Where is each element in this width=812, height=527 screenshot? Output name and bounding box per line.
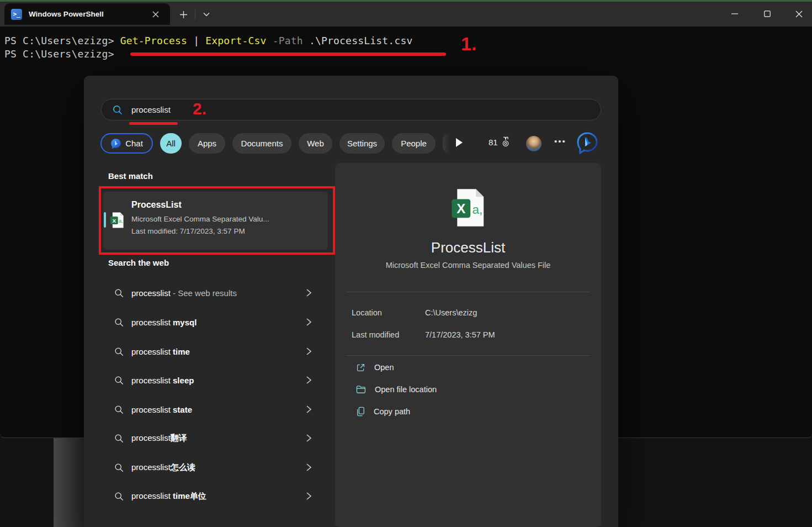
filter-tab-clipped (443, 133, 450, 154)
suggestion-text: processlist mysql (131, 318, 197, 327)
filter-tab-label: Web (307, 139, 324, 148)
command-cmdlet2: Export-Csv (205, 35, 266, 46)
web-suggestion-row[interactable]: processlist翻译 (99, 427, 335, 449)
command-argument: .\ProcessList.csv (309, 35, 413, 46)
action-label: Open file location (375, 385, 437, 394)
user-avatar[interactable] (526, 136, 542, 151)
annotation-label-1: 1. (461, 33, 476, 55)
chevron-right-icon (306, 288, 312, 297)
filter-tab-chat[interactable]: Chat (100, 133, 153, 154)
divider (346, 292, 590, 292)
command-parameter: -Path (267, 35, 309, 46)
terminal-line-2: PS C:\Users\ezizg> (4, 48, 120, 61)
filter-tab-all[interactable]: All (160, 133, 182, 154)
filter-tab-documents[interactable]: Documents (232, 133, 291, 154)
tab-dropdown-icon[interactable] (199, 8, 214, 21)
command-cmdlet: Get-Process (120, 35, 187, 46)
bing-icon[interactable] (577, 132, 598, 154)
svg-text:X: X (457, 201, 465, 216)
suggestion-text: processlist time单位 (131, 491, 206, 502)
annotation-underline-2 (129, 122, 178, 125)
web-suggestion-row[interactable]: processlist time (99, 340, 335, 362)
best-match-modified: Last modified: 7/17/2023, 3:57 PM (131, 227, 245, 235)
svg-text:X: X (112, 218, 116, 224)
terminal-tab-title: Windows PowerShell (29, 10, 104, 18)
filter-tab-label: Apps (198, 139, 216, 148)
suggestion-text: processlist翻译 (131, 433, 187, 444)
chevron-right-icon (306, 434, 312, 442)
preview-pane: X a, ProcessList Microsoft Excel Comma S… (335, 163, 601, 527)
suggestion-text: processlist sleep (131, 376, 194, 385)
action-label: Open (374, 363, 394, 372)
more-options-icon[interactable]: ••• (554, 136, 566, 146)
open-external-icon (356, 363, 365, 372)
filter-tab-web[interactable]: Web (299, 133, 332, 154)
svg-text:a,: a, (119, 218, 123, 224)
action-open-file-location[interactable]: Open file location (346, 378, 590, 400)
suggestion-text: processlist time (131, 347, 190, 356)
chevron-right-icon (306, 318, 312, 326)
search-suggestion-icon (114, 318, 124, 327)
suggestion-text: processlist state (131, 405, 192, 414)
search-web-header: Search the web (108, 258, 169, 267)
minimize-button[interactable] (722, 7, 747, 21)
copy-icon (356, 407, 365, 417)
background-window-strip (54, 438, 84, 527)
windows-search-panel: 2. Chat All Apps Documents Web Settings … (84, 76, 618, 527)
filter-tab-label: All (166, 139, 176, 148)
suggestion-text: processlist - See web results (131, 288, 237, 298)
filter-tab-settings[interactable]: Settings (339, 133, 385, 154)
close-button[interactable] (786, 7, 811, 21)
prompt-text: PS C:\Users\ezizg> (4, 35, 120, 46)
tab-close-icon[interactable] (149, 8, 162, 21)
search-suggestion-icon (114, 405, 124, 414)
filter-tab-people[interactable]: People (392, 133, 436, 154)
search-suggestion-icon (114, 463, 124, 472)
web-suggestion-row[interactable]: processlist mysql (99, 311, 335, 333)
best-match-result[interactable]: X a, ProcessList Microsoft Excel Comma S… (103, 192, 328, 250)
filter-tab-apps[interactable]: Apps (189, 133, 225, 154)
suggestion-text: processlist怎么读 (131, 462, 195, 473)
chevron-right-icon (306, 405, 312, 414)
terminal-line-1: PS C:\Users\ezizg> Get-Process | Export-… (4, 34, 413, 48)
maximize-button[interactable] (755, 7, 780, 21)
search-suggestion-icon (114, 347, 124, 356)
web-suggestion-row[interactable]: processlist怎么读 (99, 456, 335, 478)
chevron-right-icon (306, 347, 312, 356)
preview-subtitle: Microsoft Excel Comma Separated Values F… (335, 261, 601, 270)
action-copy-path[interactable]: Copy path (346, 400, 590, 423)
chevron-right-icon (306, 492, 312, 500)
filter-tab-label: Documents (241, 139, 283, 148)
chevron-right-icon (306, 376, 312, 384)
location-label: Location (352, 308, 382, 317)
new-tab-button[interactable] (176, 8, 191, 21)
scroll-filters-icon[interactable] (455, 138, 466, 149)
rewards-medal-icon (501, 136, 511, 147)
tab-separator (195, 9, 195, 19)
search-suggestion-icon (114, 376, 124, 385)
best-match-header: Best match (108, 171, 153, 181)
csv-file-icon-large: X a, (451, 188, 485, 230)
web-suggestion-row[interactable]: processlist sleep (99, 369, 335, 391)
web-suggestion-row[interactable]: processlist time单位 (99, 485, 335, 507)
powershell-icon: >_ (11, 9, 22, 20)
web-suggestion-row[interactable]: processlist state (99, 398, 335, 420)
terminal-tab[interactable]: >_ Windows PowerShell (4, 3, 170, 25)
action-label: Copy path (374, 407, 410, 416)
web-suggestion-row[interactable]: processlist - See web results (99, 282, 335, 304)
action-open[interactable]: Open (346, 356, 590, 378)
divider (346, 355, 590, 356)
search-input[interactable] (130, 104, 298, 115)
search-suggestion-icon (114, 288, 124, 298)
search-box[interactable] (101, 99, 601, 120)
command-pipe: | (187, 35, 205, 46)
best-match-title: ProcessList (131, 200, 182, 210)
search-suggestion-icon (114, 434, 124, 443)
selection-indicator-bar (104, 212, 107, 228)
filter-tab-label: Settings (347, 139, 377, 148)
rewards-badge[interactable]: 81 (489, 136, 511, 147)
chevron-right-icon (306, 463, 312, 472)
search-suggestion-icon (114, 492, 124, 501)
location-value: C:\Users\ezizg (425, 308, 477, 317)
prompt-text: PS C:\Users\ezizg> (4, 48, 120, 60)
